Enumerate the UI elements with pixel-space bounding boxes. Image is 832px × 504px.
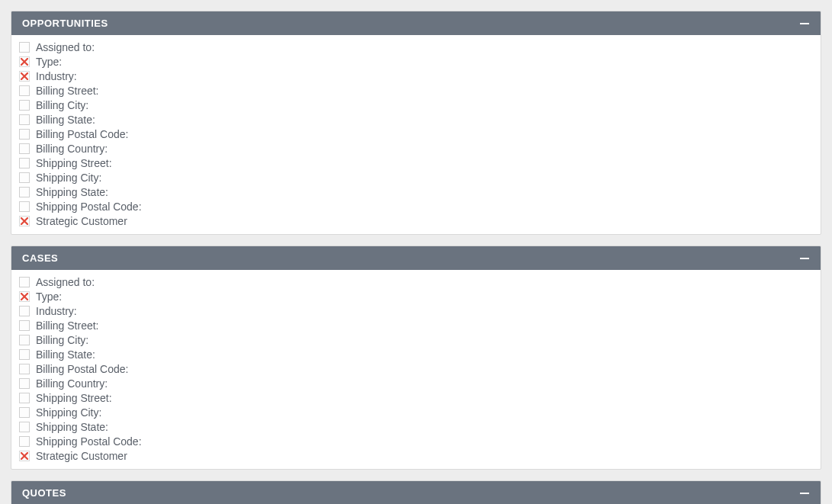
field-row: Billing Street: bbox=[11, 83, 821, 98]
field-checkbox[interactable] bbox=[19, 378, 30, 389]
field-row: Type: bbox=[11, 289, 821, 303]
field-row: Billing Country: bbox=[11, 376, 821, 390]
field-row: Type: bbox=[11, 54, 821, 69]
panel-header[interactable]: QUOTES bbox=[11, 481, 821, 504]
field-row: Billing State: bbox=[11, 347, 821, 361]
field-label: Shipping City: bbox=[36, 406, 101, 419]
field-checkbox[interactable] bbox=[19, 56, 30, 67]
field-row: Industry: bbox=[11, 69, 821, 83]
field-checkbox[interactable] bbox=[19, 277, 30, 287]
field-checkbox[interactable] bbox=[19, 291, 30, 302]
panel-body: Assigned to:Type:Industry:Billing Street… bbox=[11, 270, 821, 469]
panel: OPPORTUNITIESAssigned to:Type:Industry:B… bbox=[11, 11, 821, 235]
panel-header[interactable]: OPPORTUNITIES bbox=[11, 11, 821, 35]
field-row: Shipping State: bbox=[11, 185, 821, 199]
svg-rect-1 bbox=[800, 258, 809, 259]
field-label: Type: bbox=[36, 56, 62, 68]
collapse-icon[interactable] bbox=[799, 488, 810, 499]
panel: QUOTESAssigned to: bbox=[11, 480, 821, 504]
field-label: Billing State: bbox=[36, 114, 95, 126]
field-row: Shipping Street: bbox=[11, 156, 821, 170]
collapse-icon[interactable] bbox=[799, 253, 810, 264]
field-row: Shipping City: bbox=[11, 405, 821, 419]
svg-rect-2 bbox=[800, 493, 809, 494]
field-checkbox[interactable] bbox=[19, 172, 30, 183]
field-checkbox[interactable] bbox=[19, 320, 30, 331]
panel-title: CASES bbox=[22, 252, 58, 264]
panel-body: Assigned to:Type:Industry:Billing Street… bbox=[11, 35, 821, 234]
field-label: Billing State: bbox=[36, 348, 95, 361]
field-row: Billing Street: bbox=[11, 318, 821, 332]
field-row: Billing Postal Code: bbox=[11, 127, 821, 141]
field-checkbox[interactable] bbox=[19, 201, 30, 212]
field-label: Shipping Postal Code: bbox=[36, 435, 142, 448]
field-label: Billing Postal Code: bbox=[36, 128, 128, 140]
field-label: Assigned to: bbox=[36, 41, 95, 53]
field-checkbox[interactable] bbox=[19, 158, 30, 169]
field-label: Type: bbox=[36, 291, 62, 303]
field-checkbox[interactable] bbox=[19, 349, 30, 360]
field-label: Industry: bbox=[36, 305, 77, 317]
field-row: Billing State: bbox=[11, 112, 821, 127]
field-label: Shipping Postal Code: bbox=[36, 201, 142, 213]
field-checkbox[interactable] bbox=[19, 114, 30, 125]
field-label: Billing Country: bbox=[36, 377, 108, 390]
collapse-icon[interactable] bbox=[799, 18, 810, 29]
field-checkbox[interactable] bbox=[19, 335, 30, 345]
field-label: Shipping State: bbox=[36, 186, 108, 198]
field-checkbox[interactable] bbox=[19, 143, 30, 154]
panel-header[interactable]: CASES bbox=[11, 246, 821, 270]
field-checkbox[interactable] bbox=[19, 85, 30, 96]
field-label: Billing Street: bbox=[36, 85, 98, 97]
svg-rect-0 bbox=[800, 23, 809, 24]
field-label: Billing City: bbox=[36, 334, 88, 346]
field-checkbox[interactable] bbox=[19, 422, 30, 432]
field-row: Strategic Customer bbox=[11, 213, 821, 228]
field-row: Billing Country: bbox=[11, 141, 821, 156]
field-label: Billing Street: bbox=[36, 319, 98, 332]
field-label: Industry: bbox=[36, 70, 77, 82]
field-label: Billing Country: bbox=[36, 143, 108, 155]
field-row: Shipping State: bbox=[11, 419, 821, 434]
field-row: Shipping Postal Code: bbox=[11, 434, 821, 448]
field-label: Billing City: bbox=[36, 99, 88, 111]
field-checkbox[interactable] bbox=[19, 306, 30, 316]
field-label: Shipping State: bbox=[36, 421, 108, 433]
field-checkbox[interactable] bbox=[19, 451, 30, 461]
panel: CASESAssigned to:Type:Industry:Billing S… bbox=[11, 246, 821, 470]
field-label: Billing Postal Code: bbox=[36, 363, 128, 375]
field-checkbox[interactable] bbox=[19, 407, 30, 418]
field-checkbox[interactable] bbox=[19, 216, 30, 226]
field-row: Industry: bbox=[11, 303, 821, 318]
field-label: Assigned to: bbox=[36, 276, 95, 288]
field-row: Strategic Customer bbox=[11, 448, 821, 463]
field-checkbox[interactable] bbox=[19, 71, 30, 82]
field-row: Assigned to: bbox=[11, 40, 821, 54]
field-row: Assigned to: bbox=[11, 274, 821, 289]
panel-title: QUOTES bbox=[22, 487, 66, 499]
field-row: Shipping Postal Code: bbox=[11, 199, 821, 213]
field-label: Shipping City: bbox=[36, 172, 101, 184]
panel-title: OPPORTUNITIES bbox=[22, 18, 108, 29]
field-checkbox[interactable] bbox=[19, 436, 30, 447]
field-label: Strategic Customer bbox=[36, 450, 127, 462]
field-row: Shipping City: bbox=[11, 170, 821, 185]
field-row: Billing City: bbox=[11, 98, 821, 112]
field-row: Billing Postal Code: bbox=[11, 361, 821, 376]
field-row: Billing City: bbox=[11, 332, 821, 347]
field-checkbox[interactable] bbox=[19, 42, 30, 53]
field-label: Shipping Street: bbox=[36, 392, 112, 404]
field-checkbox[interactable] bbox=[19, 129, 30, 140]
field-row: Shipping Street: bbox=[11, 390, 821, 405]
field-checkbox[interactable] bbox=[19, 187, 30, 197]
field-checkbox[interactable] bbox=[19, 393, 30, 403]
field-checkbox[interactable] bbox=[19, 100, 30, 111]
field-checkbox[interactable] bbox=[19, 364, 30, 374]
field-label: Shipping Street: bbox=[36, 157, 112, 169]
field-label: Strategic Customer bbox=[36, 215, 127, 227]
